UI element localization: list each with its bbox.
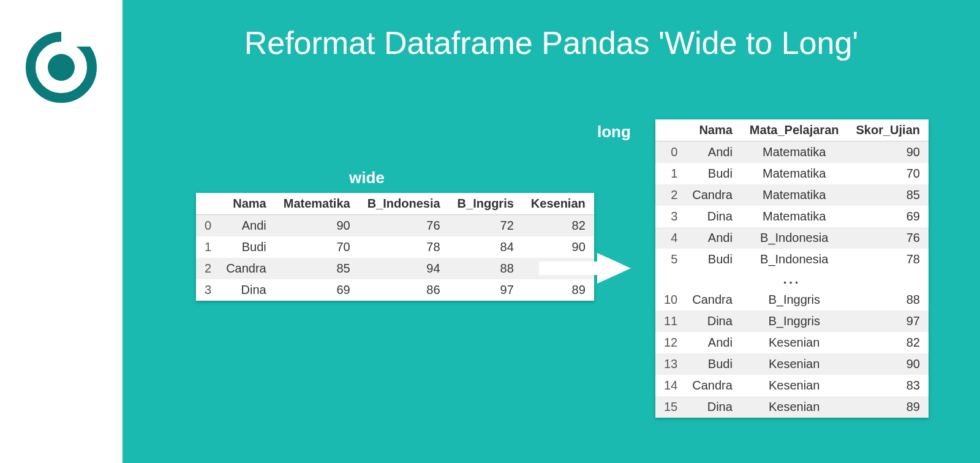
cell: Candra — [684, 184, 741, 206]
svg-point-2 — [48, 54, 75, 81]
cell: Dina — [684, 206, 741, 227]
cell: 90 — [275, 215, 359, 237]
wide-col-4: Kesenian — [522, 193, 594, 215]
cell: Candra — [684, 375, 741, 396]
idx-cell: 2 — [196, 258, 217, 279]
wide-idx-header — [196, 193, 217, 215]
cell: 69 — [848, 206, 929, 227]
table-row: 13BudiKesenian90 — [655, 353, 929, 375]
logo-icon — [24, 31, 98, 104]
long-idx-header — [655, 119, 684, 141]
wide-col-0: Nama — [217, 193, 275, 215]
table-row: 11DinaB_Inggris97 — [655, 311, 929, 332]
cell: 70 — [275, 236, 359, 258]
table-row: 1Budi70788490 — [196, 236, 594, 258]
long-table: Nama Mata_Pelajaran Skor_Ujian 0AndiMate… — [655, 119, 929, 418]
cell: Budi — [684, 249, 741, 270]
table-row: 10CandraB_Inggris88 — [655, 289, 929, 311]
cell: Matematika — [741, 184, 848, 206]
cell: Kesenian — [741, 332, 848, 353]
table-row: 12AndiKesenian82 — [655, 332, 929, 353]
cell: Dina — [217, 279, 275, 301]
long-col-0: Nama — [684, 119, 741, 141]
wide-col-3: B_Inggris — [449, 193, 522, 215]
wide-col-1: Matematika — [275, 193, 359, 215]
cell: Candra — [217, 258, 275, 279]
idx-cell: 0 — [655, 141, 684, 164]
table-row: 5BudiB_Indonesia78 — [655, 249, 929, 270]
cell: 70 — [848, 163, 929, 184]
cell: 97 — [848, 311, 929, 332]
cell: 78 — [359, 236, 449, 258]
table-row: 3Dina69869789 — [196, 279, 594, 301]
cell: 83 — [848, 375, 929, 396]
cell: 82 — [522, 215, 594, 237]
cell: 72 — [449, 215, 522, 237]
idx-cell: 2 — [655, 184, 684, 206]
table-row: 14CandraKesenian83 — [655, 375, 929, 396]
table-row: 15DinaKesenian89 — [655, 396, 929, 418]
cell: Kesenian — [741, 375, 848, 396]
cell: 76 — [848, 227, 929, 249]
cell: B_Inggris — [741, 289, 848, 311]
content-area: wide long Nama Matematika B_Indonesia B_… — [123, 107, 980, 463]
idx-cell: 13 — [655, 353, 684, 375]
cell: Kesenian — [741, 396, 848, 418]
cell: 90 — [848, 141, 929, 164]
idx-cell: 0 — [196, 215, 217, 237]
cell: Budi — [684, 353, 741, 375]
cell: B_Indonesia — [741, 249, 848, 270]
cell: Andi — [684, 227, 741, 249]
page-title: Reformat Dataframe Pandas 'Wide to Long' — [123, 24, 980, 61]
arrow-icon — [539, 253, 631, 284]
cell: Budi — [217, 236, 275, 258]
idx-cell: 11 — [655, 311, 684, 332]
cell: 78 — [848, 249, 929, 270]
table-row: 2CandraMatematika85 — [655, 184, 929, 206]
cell: Kesenian — [741, 353, 848, 375]
svg-rect-3 — [539, 262, 600, 275]
table-row: 0AndiMatematika90 — [655, 141, 929, 164]
cell: B_Inggris — [741, 311, 848, 332]
idx-cell: 5 — [655, 249, 684, 270]
cell: Candra — [684, 289, 741, 311]
cell: B_Indonesia — [741, 227, 848, 249]
ellipsis-row: ... — [655, 270, 929, 289]
cell: 88 — [848, 289, 929, 311]
cell: Matematika — [741, 206, 848, 227]
idx-cell: 3 — [196, 279, 217, 301]
cell: 85 — [848, 184, 929, 206]
cell: 82 — [848, 332, 929, 353]
svg-rect-1 — [61, 31, 98, 47]
cell: 90 — [848, 353, 929, 375]
table-row: 0Andi90767282 — [196, 215, 594, 237]
cell: 89 — [848, 396, 929, 418]
long-label: long — [597, 122, 631, 141]
cell: Matematika — [741, 163, 848, 184]
cell: 97 — [449, 279, 522, 301]
cell: 88 — [449, 258, 522, 279]
long-col-1: Mata_Pelajaran — [741, 119, 848, 141]
cell: Budi — [684, 163, 741, 184]
cell: 85 — [275, 258, 359, 279]
idx-cell: 3 — [655, 206, 684, 227]
wide-table: Nama Matematika B_Indonesia B_Inggris Ke… — [196, 193, 594, 301]
cell: Andi — [217, 215, 275, 237]
table-row: 3DinaMatematika69 — [655, 206, 929, 227]
idx-cell: 12 — [655, 332, 684, 353]
cell: Andi — [684, 332, 741, 353]
table-row: 1BudiMatematika70 — [655, 163, 929, 184]
cell: Dina — [684, 311, 741, 332]
idx-cell: 1 — [655, 163, 684, 184]
wide-col-2: B_Indonesia — [359, 193, 449, 215]
cell: Dina — [684, 396, 741, 418]
idx-cell: 10 — [655, 289, 684, 311]
cell: Matematika — [741, 141, 848, 164]
idx-cell: 4 — [655, 227, 684, 249]
svg-marker-4 — [597, 253, 631, 284]
table-row: 2Candra85948883 — [196, 258, 594, 279]
cell: 86 — [359, 279, 449, 301]
cell: 94 — [359, 258, 449, 279]
wide-label: wide — [349, 168, 385, 187]
table-row: 4AndiB_Indonesia76 — [655, 227, 929, 249]
